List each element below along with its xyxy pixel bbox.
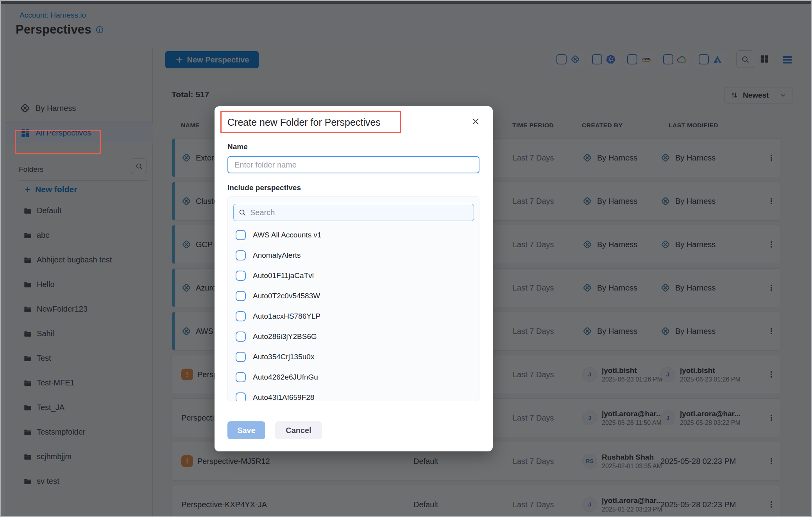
- perspectives-panel: AWS All Accounts v1AnomalyAlertsAuto01F1…: [227, 196, 479, 401]
- perspective-checkbox[interactable]: [236, 311, 246, 321]
- perspective-label: Auto354Crj135u0x: [253, 353, 314, 361]
- search-icon: [238, 209, 246, 216]
- perspective-label: Auto01F11jaCaTvl: [253, 271, 314, 280]
- perspective-checkbox-list: AWS All Accounts v1AnomalyAlertsAuto01F1…: [228, 225, 479, 401]
- perspective-label: Auto286i3jY2BS6G: [253, 332, 317, 341]
- perspective-checkbox[interactable]: [236, 372, 246, 382]
- perspective-checkbox[interactable]: [236, 230, 246, 240]
- perspective-checkbox[interactable]: [236, 250, 246, 260]
- save-button[interactable]: Save: [227, 421, 265, 439]
- perspective-list-item: Auto4262e6JUfnGu: [228, 367, 479, 387]
- perspective-search-input[interactable]: [250, 208, 469, 217]
- perspective-label: Auto1acxHS786YLP: [253, 312, 320, 321]
- perspective-checkbox[interactable]: [236, 291, 246, 301]
- create-folder-modal: Create new Folder for Perspectives Name …: [215, 106, 493, 451]
- perspective-checkbox[interactable]: [236, 352, 246, 362]
- perspective-list-item: Auto01F11jaCaTvl: [228, 266, 479, 286]
- perspective-label: Auto4262e6JUfnGu: [253, 373, 318, 382]
- perspective-list-item: AnomalyAlerts: [228, 245, 479, 266]
- perspective-list-item: Auto354Crj135u0x: [228, 347, 479, 367]
- perspective-list-item: AWS All Accounts v1: [228, 225, 479, 245]
- folder-name-input[interactable]: [227, 156, 479, 173]
- modal-title: Create new Folder for Perspectives: [227, 117, 381, 128]
- close-icon[interactable]: [470, 116, 481, 127]
- perspective-checkbox[interactable]: [236, 332, 246, 342]
- modal-search-box: [233, 204, 474, 221]
- perspective-label: Auto0T2c0v54583W: [253, 292, 320, 300]
- cancel-button[interactable]: Cancel: [275, 421, 322, 439]
- screen: Account: Harness.io Perspectives By Harn…: [0, 0, 812, 517]
- perspective-list-item: Auto0T2c0v54583W: [228, 286, 479, 306]
- perspective-label: AWS All Accounts v1: [253, 231, 322, 239]
- name-field-label: Name: [227, 143, 248, 151]
- perspective-label: Auto43l1Af659F28: [253, 393, 314, 401]
- perspective-list-item: Auto43l1Af659F28: [228, 387, 479, 401]
- perspective-list-item: Auto286i3jY2BS6G: [228, 326, 479, 347]
- include-perspectives-label: Include perspectives: [227, 184, 301, 192]
- perspective-checkbox[interactable]: [236, 392, 246, 401]
- perspective-label: AnomalyAlerts: [253, 251, 301, 260]
- perspective-list-item: Auto1acxHS786YLP: [228, 306, 479, 326]
- perspective-checkbox[interactable]: [236, 271, 246, 281]
